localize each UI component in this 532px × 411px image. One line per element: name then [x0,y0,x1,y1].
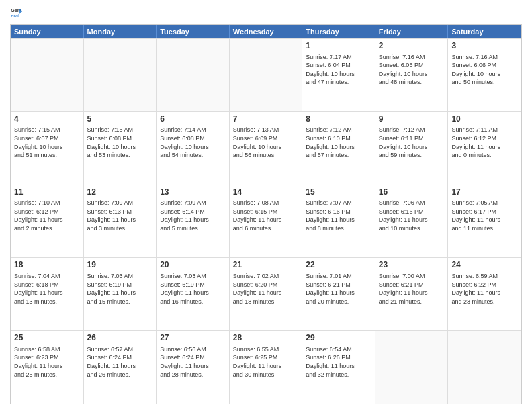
calendar-cell: 22Sunrise: 7:01 AM Sunset: 6:21 PM Dayli… [302,258,375,330]
weekday-header: Monday [84,25,157,38]
calendar-cell: 1Sunrise: 7:17 AM Sunset: 6:04 PM Daylig… [302,39,375,111]
calendar-cell: 10Sunrise: 7:11 AM Sunset: 6:12 PM Dayli… [448,112,521,185]
calendar-cell: 28Sunrise: 6:55 AM Sunset: 6:25 PM Dayli… [230,331,303,404]
day-number: 28 [233,333,299,344]
day-number: 19 [87,260,153,271]
calendar-cell: 2Sunrise: 7:16 AM Sunset: 6:05 PM Daylig… [375,39,449,111]
calendar-cell [375,331,449,404]
weekday-header: Friday [375,25,449,38]
calendar-cell: 14Sunrise: 7:08 AM Sunset: 6:15 PM Dayli… [230,185,303,258]
calendar-cell: 19Sunrise: 7:03 AM Sunset: 6:19 PM Dayli… [84,258,157,330]
day-number: 15 [306,187,371,198]
calendar-header: SundayMondayTuesdayWednesdayThursdayFrid… [11,25,521,38]
day-number: 6 [160,114,226,125]
logo: Gen eral [10,7,24,19]
calendar-cell: 3Sunrise: 7:16 AM Sunset: 6:06 PM Daylig… [448,39,521,111]
day-number: 25 [14,333,80,344]
calendar-cell: 23Sunrise: 7:00 AM Sunset: 6:21 PM Dayli… [375,258,449,330]
day-number: 18 [14,260,80,271]
day-number: 10 [451,114,518,125]
calendar-cell: 7Sunrise: 7:13 AM Sunset: 6:09 PM Daylig… [230,112,303,185]
calendar-cell: 27Sunrise: 6:56 AM Sunset: 6:24 PM Dayli… [157,331,230,404]
calendar-cell: 29Sunrise: 6:54 AM Sunset: 6:26 PM Dayli… [302,331,375,404]
calendar-cell [230,39,303,111]
cell-info: Sunrise: 7:16 AM Sunset: 6:06 PM Dayligh… [451,53,518,87]
page: Gen eral SundayMondayTuesdayWednesdayThu… [0,0,532,411]
day-number: 11 [14,187,80,198]
calendar-cell: 16Sunrise: 7:06 AM Sunset: 6:16 PM Dayli… [375,185,449,258]
calendar-cell [84,39,157,111]
day-number: 5 [87,114,153,125]
calendar-row: 1Sunrise: 7:17 AM Sunset: 6:04 PM Daylig… [11,38,521,111]
calendar-row: 4Sunrise: 7:15 AM Sunset: 6:07 PM Daylig… [11,111,521,185]
day-number: 9 [379,114,445,125]
day-number: 23 [379,260,445,271]
cell-info: Sunrise: 6:59 AM Sunset: 6:22 PM Dayligh… [451,272,518,306]
day-number: 1 [306,41,371,52]
calendar-cell: 24Sunrise: 6:59 AM Sunset: 6:22 PM Dayli… [448,258,521,330]
cell-info: Sunrise: 7:05 AM Sunset: 6:17 PM Dayligh… [451,199,518,232]
cell-info: Sunrise: 7:17 AM Sunset: 6:04 PM Dayligh… [306,53,371,87]
calendar-cell: 5Sunrise: 7:15 AM Sunset: 6:08 PM Daylig… [84,112,157,185]
calendar-cell: 11Sunrise: 7:10 AM Sunset: 6:12 PM Dayli… [11,185,84,258]
cell-info: Sunrise: 7:09 AM Sunset: 6:13 PM Dayligh… [87,199,153,232]
day-number: 27 [160,333,226,344]
cell-info: Sunrise: 7:01 AM Sunset: 6:21 PM Dayligh… [306,272,371,306]
day-number: 7 [233,114,299,125]
svg-text:eral: eral [11,13,19,19]
day-number: 17 [451,187,518,198]
calendar-cell: 4Sunrise: 7:15 AM Sunset: 6:07 PM Daylig… [11,112,84,185]
calendar-cell: 21Sunrise: 7:02 AM Sunset: 6:20 PM Dayli… [230,258,303,330]
cell-info: Sunrise: 6:58 AM Sunset: 6:23 PM Dayligh… [14,345,80,379]
logo-icon: Gen eral [10,7,22,19]
day-number: 26 [87,333,153,344]
cell-info: Sunrise: 7:15 AM Sunset: 6:07 PM Dayligh… [14,126,80,159]
calendar-row: 11Sunrise: 7:10 AM Sunset: 6:12 PM Dayli… [11,185,521,258]
calendar-cell: 6Sunrise: 7:14 AM Sunset: 6:08 PM Daylig… [157,112,230,185]
calendar-row: 25Sunrise: 6:58 AM Sunset: 6:23 PM Dayli… [11,330,521,404]
cell-info: Sunrise: 6:57 AM Sunset: 6:24 PM Dayligh… [87,345,153,379]
calendar-cell: 20Sunrise: 7:03 AM Sunset: 6:19 PM Dayli… [157,258,230,330]
day-number: 13 [160,187,226,198]
day-number: 12 [87,187,153,198]
calendar-cell: 17Sunrise: 7:05 AM Sunset: 6:17 PM Dayli… [448,185,521,258]
day-number: 4 [14,114,80,125]
day-number: 29 [306,333,371,344]
cell-info: Sunrise: 7:00 AM Sunset: 6:21 PM Dayligh… [379,272,445,306]
calendar-cell: 15Sunrise: 7:07 AM Sunset: 6:16 PM Dayli… [302,185,375,258]
cell-info: Sunrise: 6:54 AM Sunset: 6:26 PM Dayligh… [306,345,371,379]
day-number: 24 [451,260,518,271]
calendar-cell [11,39,84,111]
calendar-cell: 13Sunrise: 7:09 AM Sunset: 6:14 PM Dayli… [157,185,230,258]
cell-info: Sunrise: 7:03 AM Sunset: 6:19 PM Dayligh… [87,272,153,306]
calendar-cell: 9Sunrise: 7:12 AM Sunset: 6:11 PM Daylig… [375,112,449,185]
weekday-header: Sunday [11,25,84,38]
header: Gen eral [10,7,522,19]
weekday-header: Tuesday [157,25,230,38]
calendar: SundayMondayTuesdayWednesdayThursdayFrid… [10,24,522,404]
cell-info: Sunrise: 7:13 AM Sunset: 6:09 PM Dayligh… [233,126,299,159]
cell-info: Sunrise: 7:04 AM Sunset: 6:18 PM Dayligh… [14,272,80,306]
day-number: 8 [306,114,371,125]
cell-info: Sunrise: 7:14 AM Sunset: 6:08 PM Dayligh… [160,126,226,159]
calendar-cell: 8Sunrise: 7:12 AM Sunset: 6:10 PM Daylig… [302,112,375,185]
cell-info: Sunrise: 6:56 AM Sunset: 6:24 PM Dayligh… [160,345,226,379]
cell-info: Sunrise: 7:16 AM Sunset: 6:05 PM Dayligh… [379,53,445,87]
calendar-cell: 18Sunrise: 7:04 AM Sunset: 6:18 PM Dayli… [11,258,84,330]
cell-info: Sunrise: 7:09 AM Sunset: 6:14 PM Dayligh… [160,199,226,232]
cell-info: Sunrise: 7:12 AM Sunset: 6:11 PM Dayligh… [379,126,445,159]
cell-info: Sunrise: 6:55 AM Sunset: 6:25 PM Dayligh… [233,345,299,379]
calendar-cell: 12Sunrise: 7:09 AM Sunset: 6:13 PM Dayli… [84,185,157,258]
day-number: 16 [379,187,445,198]
cell-info: Sunrise: 7:08 AM Sunset: 6:15 PM Dayligh… [233,199,299,232]
day-number: 2 [379,41,445,52]
day-number: 20 [160,260,226,271]
cell-info: Sunrise: 7:03 AM Sunset: 6:19 PM Dayligh… [160,272,226,306]
cell-info: Sunrise: 7:06 AM Sunset: 6:16 PM Dayligh… [379,199,445,232]
cell-info: Sunrise: 7:12 AM Sunset: 6:10 PM Dayligh… [306,126,371,159]
day-number: 22 [306,260,371,271]
cell-info: Sunrise: 7:10 AM Sunset: 6:12 PM Dayligh… [14,199,80,232]
cell-info: Sunrise: 7:11 AM Sunset: 6:12 PM Dayligh… [451,126,518,159]
weekday-header: Saturday [448,25,521,38]
weekday-header: Wednesday [230,25,303,38]
